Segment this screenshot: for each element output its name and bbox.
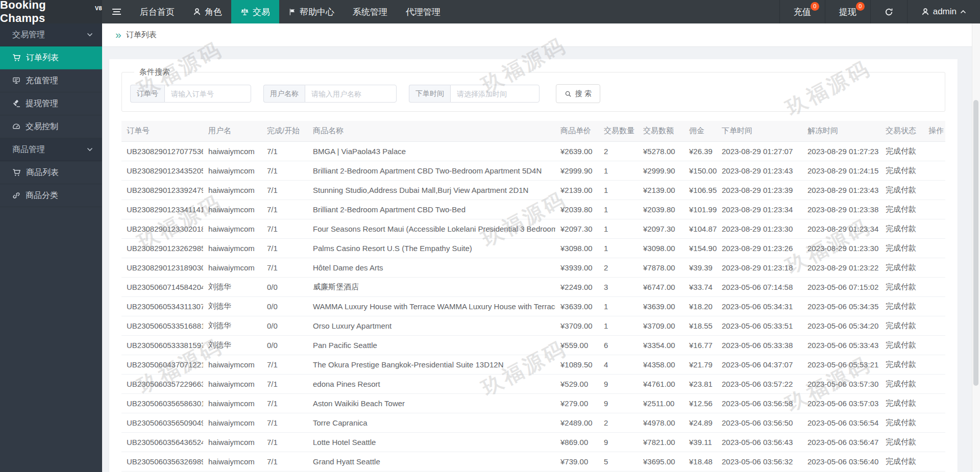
table-cell: 刘德华 xyxy=(203,277,262,296)
search-icon xyxy=(565,90,572,97)
table-cell: ¥4978.00 xyxy=(638,413,684,432)
breadcrumb: » 订单列表 xyxy=(102,23,980,47)
recharge-badge: 0 xyxy=(811,2,819,11)
double-chevron-icon: » xyxy=(115,29,121,40)
table-row: UB2308290123435205haiwaiymcom7/1Brillian… xyxy=(121,161,945,180)
table-cell: ¥2139.00 xyxy=(555,180,599,200)
table-cell: 2023-05-06 03:56:32 xyxy=(717,452,802,471)
recharge-label: 充值 xyxy=(794,6,811,18)
sidebar-item-goods-category[interactable]: 商品分类 xyxy=(0,184,102,207)
chevron-up-icon xyxy=(960,10,966,14)
search-field-order-no: 订单号 xyxy=(130,85,251,103)
username-input[interactable] xyxy=(305,85,397,103)
hamburger-icon[interactable] xyxy=(102,0,131,23)
table-cell: 完成付款 xyxy=(880,413,923,432)
table-cell: 1 xyxy=(599,200,638,219)
table-row: UB2305060356326989haiwaiymcom7/1Grand Hy… xyxy=(121,452,945,471)
table-row: UB2305060356509049haiwaiymcom7/1Torre Ca… xyxy=(121,413,945,432)
withdraw-button[interactable]: 提现 0 xyxy=(825,0,870,23)
table-cell: ¥18.48 xyxy=(684,452,717,471)
table-cell: 2023-05-06 05:33:38 xyxy=(717,335,802,355)
column-header: 交易数量 xyxy=(599,121,638,141)
nav-item-dashboard[interactable]: 后台首页 xyxy=(131,0,184,23)
nav-item-system-management[interactable]: 系统管理 xyxy=(344,0,397,23)
nav-item-roles[interactable]: 角色 xyxy=(184,0,231,23)
table-cell: UB2305060437071221 xyxy=(121,355,203,374)
order-time-input[interactable] xyxy=(450,85,540,103)
refresh-button[interactable] xyxy=(870,0,907,23)
table-cell: 2023-05-06 05:34:31 xyxy=(717,296,802,316)
admin-menu[interactable]: admin xyxy=(907,0,980,23)
top-menu: 后台首页角色交易帮助中心系统管理代理管理 xyxy=(131,0,450,23)
scrollbar-thumb[interactable] xyxy=(973,100,978,386)
sidebar-group-trade-management[interactable]: 交易管理 xyxy=(0,23,102,46)
table-cell: 完成付款 xyxy=(880,161,923,180)
nav-item-agent-management[interactable]: 代理管理 xyxy=(397,0,450,23)
sidebar-item-trade-control[interactable]: 交易控制 xyxy=(0,115,102,138)
column-header: 商品单价 xyxy=(555,121,599,141)
table-cell: 2023-05-06 05:34:35 xyxy=(802,296,880,316)
column-header: 下单时间 xyxy=(717,121,802,141)
table-cell: Palms Casino Resort U.S (The Empathy Sui… xyxy=(308,238,555,258)
table-cell: ¥2639.00 xyxy=(555,141,599,161)
table-cell: 2023-05-06 05:53:21 xyxy=(802,355,880,374)
table-cell: UB2305060356436524 xyxy=(121,432,203,452)
table-cell: 完成付款 xyxy=(880,238,923,258)
table-cell: 完成付款 xyxy=(880,180,923,200)
sidebar-item-recharge-management[interactable]: 充值管理 xyxy=(0,69,102,92)
table-cell: 刘德华 xyxy=(203,335,262,355)
table-cell: 1 xyxy=(599,316,638,335)
search-button[interactable]: 搜 索 xyxy=(556,84,600,103)
table-cell: 完成付款 xyxy=(880,393,923,413)
table-cell: Brilliant 2-Bedroom Apartment CBD Two-Be… xyxy=(308,200,555,219)
table-cell xyxy=(923,141,945,161)
nav-item-trade[interactable]: 交易 xyxy=(231,0,279,23)
order-no-input[interactable] xyxy=(164,85,251,103)
table-cell xyxy=(923,355,945,374)
table-cell: ¥18.55 xyxy=(684,316,717,335)
search-field-label: 下单时间 xyxy=(409,85,450,103)
table-cell: ¥23.81 xyxy=(684,374,717,393)
table-cell xyxy=(923,374,945,393)
table-cell: 2023-08-29 01:27:23 xyxy=(802,141,880,161)
table-row: UB2305060534311307刘德华0/0WAMMA Luxury Hou… xyxy=(121,296,945,316)
table-cell: haiwaiymcom xyxy=(203,393,262,413)
table-cell: 6 xyxy=(599,335,638,355)
main-area: » 订单列表 条件搜索 订单号用户名称下单时间 搜 索 订单号用户名完成/开始商… xyxy=(102,23,980,472)
nav-item-help-center[interactable]: 帮助中心 xyxy=(279,0,344,23)
table-cell: 2023-05-06 05:34:20 xyxy=(802,316,880,335)
table-cell xyxy=(923,258,945,277)
table-cell: haiwaiymcom xyxy=(203,219,262,238)
table-cell: 7/1 xyxy=(262,200,308,219)
recharge-button[interactable]: 充值 0 xyxy=(779,0,825,23)
column-header: 交易状态 xyxy=(880,121,923,141)
search-legend: 条件搜索 xyxy=(134,67,175,77)
table-cell: 2023-08-29 01:23:22 xyxy=(802,258,880,277)
user-icon xyxy=(193,8,201,16)
table-row: UB2305060356436524haiwaiymcom7/1Lotte Ho… xyxy=(121,432,945,452)
admin-label: admin xyxy=(933,7,957,17)
table-cell: ¥2511.00 xyxy=(638,393,684,413)
nav-item-label: 代理管理 xyxy=(406,6,440,18)
sidebar-item-order-list[interactable]: 订单列表 xyxy=(0,46,102,69)
table-cell xyxy=(923,277,945,296)
table-cell: ¥12.56 xyxy=(684,393,717,413)
table-cell: UB2308290123262985 xyxy=(121,238,203,258)
refresh-icon xyxy=(885,8,893,16)
sidebar-group-goods-management[interactable]: 商品管理 xyxy=(0,138,102,161)
sidebar-item-withdraw-management[interactable]: 提现管理 xyxy=(0,92,102,115)
table-cell: 7/1 xyxy=(262,161,308,180)
chevron-down-icon xyxy=(87,33,93,37)
table-cell: 完成付款 xyxy=(880,296,923,316)
table-cell: 1 xyxy=(599,238,638,258)
sidebar-item-goods-list[interactable]: 商品列表 xyxy=(0,161,102,184)
table-cell: 2023-05-06 03:57:22 xyxy=(717,374,802,393)
withdraw-badge: 0 xyxy=(856,2,865,11)
scrollbar-track[interactable] xyxy=(972,23,980,472)
table-cell: ¥3098.00 xyxy=(638,238,684,258)
table-cell: ¥529.00 xyxy=(555,374,599,393)
table-cell: 5 xyxy=(599,452,638,471)
table-cell: 2 xyxy=(599,141,638,161)
table-cell: ¥3939.00 xyxy=(555,258,599,277)
table-cell: UB2308290123435205 xyxy=(121,161,203,180)
